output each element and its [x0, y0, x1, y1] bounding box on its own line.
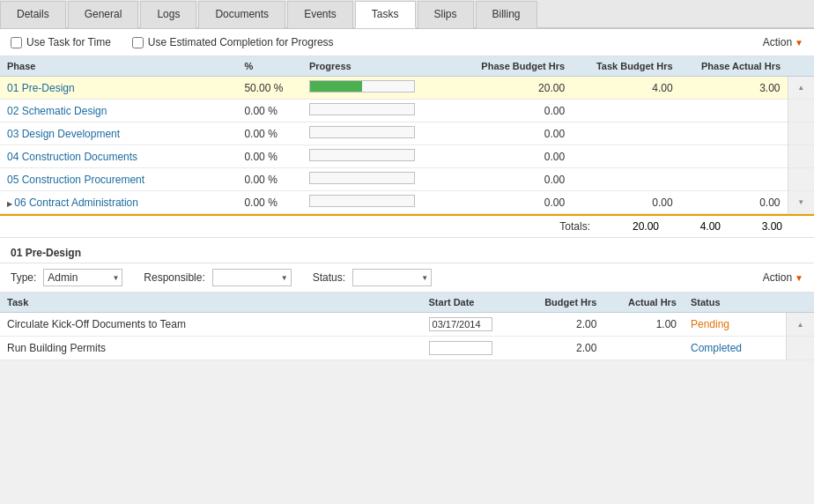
- phase-progress-cell[interactable]: [302, 77, 464, 100]
- phase-actual-hrs-col-header: Phase Actual Hrs: [680, 56, 788, 77]
- phase-actual-hrs-cell: 3.00: [680, 77, 788, 100]
- toolbar-action-arrow-icon: ▼: [795, 38, 803, 48]
- phase-scroll-cell: [788, 122, 814, 145]
- status-filter-select[interactable]: Pending Completed In Progress: [352, 269, 432, 286]
- expand-arrow-icon[interactable]: ▶: [7, 200, 14, 208]
- task-name-cell: Run Building Permits: [0, 337, 422, 360]
- budget-hrs-col-header: Budget Hrs: [524, 293, 604, 313]
- phase-progress-cell[interactable]: [302, 100, 464, 122]
- main-content: Use Task for Time Use Estimated Completi…: [0, 29, 814, 360]
- task-budget-hrs-cell: 4.00: [572, 77, 679, 100]
- phase-actual-hrs-cell: [680, 145, 788, 168]
- responsible-filter-select[interactable]: [212, 269, 292, 286]
- phase-name-cell[interactable]: 02 Schematic Design: [0, 100, 237, 122]
- phase-budget-hrs-cell: 0.00: [464, 145, 572, 168]
- phase-actual-hrs-cell: [680, 122, 788, 145]
- actual-hrs-col-header: Actual Hrs: [603, 293, 684, 313]
- phase-budget-hrs-cell: 0.00: [464, 100, 572, 122]
- percent-col-header: %: [237, 56, 301, 77]
- phase-table-row[interactable]: 03 Design Development0.00 %0.00: [0, 122, 814, 145]
- tab-slips[interactable]: Slips: [418, 1, 474, 28]
- toolbar-action-button[interactable]: Action ▼: [763, 36, 803, 48]
- start-date-input[interactable]: [429, 317, 492, 331]
- responsible-filter-wrapper: [212, 269, 292, 286]
- tab-tasks[interactable]: Tasks: [355, 1, 416, 28]
- task-budget-hrs-col-header: Task Budget Hrs: [572, 56, 679, 77]
- phase-table-container: Phase % Progress Phase Budget Hrs Task B…: [0, 56, 814, 214]
- progress-bar-container[interactable]: [309, 149, 415, 161]
- tab-events[interactable]: Events: [287, 1, 353, 28]
- task-table-row: Run Building Permits2.00Completed: [0, 337, 814, 360]
- phase-progress-cell[interactable]: [302, 168, 464, 191]
- phase-scroll-cell: [788, 100, 814, 122]
- toolbar-left: Use Task for Time Use Estimated Completi…: [11, 36, 334, 48]
- tab-documents[interactable]: Documents: [198, 1, 285, 28]
- start-date-input[interactable]: [429, 341, 492, 355]
- responsible-filter-label: Responsible:: [144, 271, 204, 284]
- type-filter-wrapper: Admin Design Other: [43, 269, 122, 286]
- scroll-down-icon[interactable]: ▼: [796, 196, 807, 208]
- task-start-date-cell[interactable]: [422, 313, 524, 337]
- progress-bar-container[interactable]: [309, 172, 415, 184]
- progress-bar-container[interactable]: [309, 103, 415, 115]
- tab-billing[interactable]: Billing: [476, 1, 537, 28]
- task-scroll-cell: ▲: [786, 313, 814, 337]
- filter-row: Type: Admin Design Other Responsible: St…: [0, 263, 814, 293]
- progress-bar-container[interactable]: [309, 80, 415, 93]
- phase-progress-cell[interactable]: [302, 191, 464, 214]
- type-filter-label: Type:: [11, 271, 36, 284]
- phase-scroll-cell: [788, 168, 814, 191]
- phase-col-header: Phase: [0, 56, 237, 77]
- use-estimated-completion-checkbox[interactable]: [132, 37, 144, 48]
- phase-table-row[interactable]: 02 Schematic Design0.00 %0.00: [0, 100, 814, 122]
- tab-details[interactable]: Details: [0, 1, 66, 28]
- phase-table-row[interactable]: 05 Construction Procurement0.00 %0.00: [0, 168, 814, 191]
- section-header: 01 Pre-Design: [0, 238, 814, 263]
- phase-progress-cell[interactable]: [302, 145, 464, 168]
- phase-name-cell[interactable]: ▶ 06 Contract Administration: [0, 191, 237, 214]
- phase-name-cell[interactable]: 01 Pre-Design: [0, 77, 237, 100]
- phase-actual-hrs-cell: [680, 100, 788, 122]
- type-filter-select[interactable]: Admin Design Other: [43, 269, 122, 286]
- use-task-for-time-label[interactable]: Use Task for Time: [11, 36, 111, 48]
- phase-name-cell[interactable]: 03 Design Development: [0, 122, 237, 145]
- phase-table-row[interactable]: 01 Pre-Design50.00 %20.004.003.00▲: [0, 77, 814, 100]
- phase-table-row[interactable]: ▶ 06 Contract Administration0.00 %0.000.…: [0, 191, 814, 214]
- tab-general[interactable]: General: [68, 1, 139, 28]
- task-scroll-up-icon[interactable]: ▲: [794, 319, 807, 330]
- phase-scroll-cell: [788, 145, 814, 168]
- phase-progress-cell[interactable]: [302, 122, 464, 145]
- use-task-for-time-checkbox[interactable]: [11, 37, 22, 48]
- toolbar-row: Use Task for Time Use Estimated Completi…: [0, 29, 814, 56]
- phase-name-cell[interactable]: 05 Construction Procurement: [0, 168, 237, 191]
- task-table-row: Circulate Kick-Off Documents to Team2.00…: [0, 313, 814, 337]
- task-start-date-cell[interactable]: [422, 337, 524, 360]
- status-col-header: Status: [684, 293, 786, 313]
- progress-bar-container[interactable]: [309, 126, 415, 138]
- task-actual-hrs-cell: 1.00: [603, 313, 684, 337]
- phase-name-cell[interactable]: 04 Construction Documents: [0, 145, 237, 168]
- phase-table-row[interactable]: 04 Construction Documents0.00 %0.00: [0, 145, 814, 168]
- phase-budget-hrs-cell: 0.00: [464, 168, 572, 191]
- filter-action-button[interactable]: Action ▼: [763, 271, 803, 284]
- task-status-cell: Completed: [684, 337, 786, 360]
- start-date-col-header: Start Date: [422, 293, 524, 313]
- phase-percent-cell: 0.00 %: [237, 168, 301, 191]
- tasks-scroll-col-header: [786, 293, 814, 313]
- progress-bar-container[interactable]: [309, 195, 415, 207]
- task-budget-hrs-cell: 0.00: [572, 191, 679, 214]
- tasks-table: Task Start Date Budget Hrs Actual Hrs St…: [0, 293, 814, 360]
- progress-col-header: Progress: [302, 56, 464, 77]
- phase-table: Phase % Progress Phase Budget Hrs Task B…: [0, 56, 814, 214]
- tab-logs[interactable]: Logs: [140, 1, 196, 28]
- phase-percent-cell: 0.00 %: [237, 145, 301, 168]
- use-estimated-completion-label[interactable]: Use Estimated Completion for Progress: [132, 36, 334, 48]
- phase-percent-cell: 0.00 %: [237, 191, 301, 214]
- totals-row: Totals: 20.00 4.00 3.00: [0, 214, 814, 238]
- phase-scroll-cell: ▼: [788, 191, 814, 214]
- task-budget-hrs-cell: [572, 168, 679, 191]
- totals-task-budget: 4.00: [670, 220, 731, 233]
- scroll-up-icon[interactable]: ▲: [796, 82, 807, 93]
- phase-budget-hrs-cell: 0.00: [464, 122, 572, 145]
- phase-actual-hrs-cell: 0.00: [680, 191, 788, 214]
